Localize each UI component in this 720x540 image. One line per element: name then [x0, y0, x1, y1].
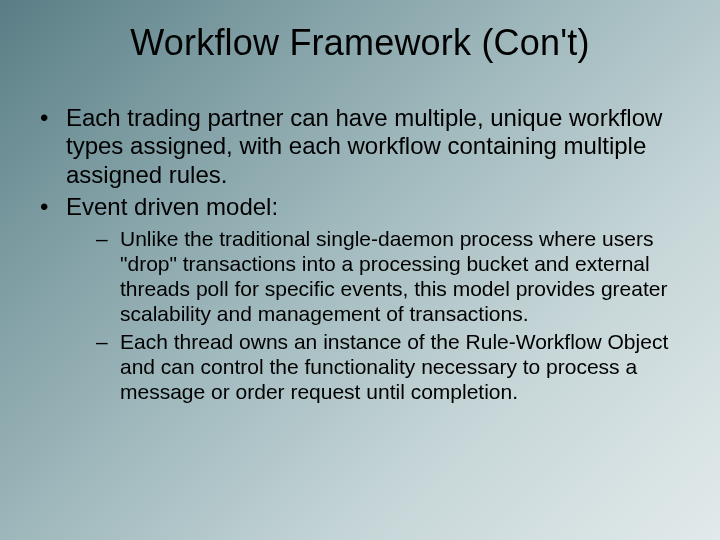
slide: Workflow Framework (Con't) Each trading … [0, 0, 720, 540]
bullet-item: Each trading partner can have multiple, … [38, 104, 690, 189]
sub-bullet-list: Unlike the traditional single-daemon pro… [96, 227, 690, 404]
bullet-text: Event driven model: [66, 193, 278, 220]
sub-bullet-item: Each thread owns an instance of the Rule… [96, 330, 690, 404]
slide-title: Workflow Framework (Con't) [30, 22, 690, 64]
bullet-list: Each trading partner can have multiple, … [38, 104, 690, 405]
sub-bullet-item: Unlike the traditional single-daemon pro… [96, 227, 690, 326]
bullet-item: Event driven model: Unlike the tradition… [38, 193, 690, 405]
